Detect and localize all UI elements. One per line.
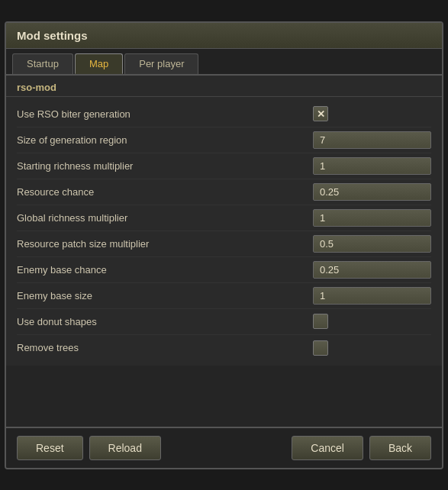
window-title: Mod settings xyxy=(17,29,88,42)
setting-row-remove-trees: Remove trees xyxy=(17,335,431,361)
tab-map[interactable]: Map xyxy=(75,53,123,74)
tabs-container: Startup Map Per player xyxy=(6,49,442,76)
setting-label-global-richness: Global richness multiplier xyxy=(17,212,313,224)
back-button[interactable]: Back xyxy=(369,436,431,460)
setting-row-enemy-base-chance: Enemy base chance xyxy=(17,257,431,283)
setting-row-resource-patch-size: Resource patch size multiplier xyxy=(17,231,431,257)
reset-button[interactable]: Reset xyxy=(17,436,83,460)
setting-control-resource-patch-size xyxy=(313,235,431,253)
setting-label-use-rso-biter: Use RSO biter generation xyxy=(17,108,313,120)
footer-spacer xyxy=(6,366,442,427)
footer-left-buttons: Reset Reload xyxy=(17,436,161,460)
input-resource-chance[interactable] xyxy=(313,183,431,201)
input-enemy-base-size[interactable] xyxy=(313,287,431,305)
checkbox-use-rso-biter[interactable] xyxy=(313,106,328,121)
setting-control-global-richness xyxy=(313,209,431,227)
input-global-richness[interactable] xyxy=(313,209,431,227)
setting-row-use-rso-biter: Use RSO biter generation xyxy=(17,102,431,127)
footer: Reset Reload Cancel Back xyxy=(6,427,442,468)
input-starting-richness[interactable] xyxy=(313,157,431,175)
setting-row-starting-richness: Starting richness multiplier xyxy=(17,153,431,179)
setting-label-size-generation-region: Size of generation region xyxy=(17,134,313,146)
setting-control-enemy-base-chance xyxy=(313,261,431,279)
setting-control-remove-trees xyxy=(313,340,431,356)
input-resource-patch-size[interactable] xyxy=(313,235,431,253)
tab-per-player[interactable]: Per player xyxy=(124,53,198,74)
setting-label-starting-richness: Starting richness multiplier xyxy=(17,160,313,172)
section-label: rso-mod xyxy=(6,76,442,97)
setting-control-enemy-base-size xyxy=(313,287,431,305)
mod-settings-window: Mod settings Startup Map Per player rso-… xyxy=(5,21,443,469)
setting-label-use-donut-shapes: Use donut shapes xyxy=(17,316,313,327)
setting-label-enemy-base-chance: Enemy base chance xyxy=(17,264,313,276)
cancel-button[interactable]: Cancel xyxy=(292,436,363,460)
setting-row-global-richness: Global richness multiplier xyxy=(17,205,431,231)
input-size-generation-region[interactable] xyxy=(313,131,431,149)
setting-control-use-donut-shapes xyxy=(313,314,431,329)
setting-control-resource-chance xyxy=(313,183,431,201)
setting-label-enemy-base-size: Enemy base size xyxy=(17,290,313,301)
setting-control-use-rso-biter xyxy=(313,106,431,121)
setting-row-enemy-base-size: Enemy base size xyxy=(17,283,431,309)
setting-row-size-generation-region: Size of generation region xyxy=(17,127,431,153)
setting-label-remove-trees: Remove trees xyxy=(17,342,313,353)
reload-button[interactable]: Reload xyxy=(89,436,161,460)
title-bar: Mod settings xyxy=(6,23,442,49)
setting-row-resource-chance: Resource chance xyxy=(17,179,431,205)
setting-label-resource-chance: Resource chance xyxy=(17,186,313,198)
setting-control-starting-richness xyxy=(313,157,431,175)
input-enemy-base-chance[interactable] xyxy=(313,261,431,279)
tab-startup[interactable]: Startup xyxy=(12,53,73,74)
checkbox-use-donut-shapes[interactable] xyxy=(313,314,328,329)
setting-control-size-generation-region xyxy=(313,131,431,149)
checkbox-remove-trees[interactable] xyxy=(313,340,328,356)
settings-content: Use RSO biter generation Size of generat… xyxy=(6,97,442,366)
footer-right-buttons: Cancel Back xyxy=(292,436,431,460)
setting-row-use-donut-shapes: Use donut shapes xyxy=(17,309,431,335)
setting-label-resource-patch-size: Resource patch size multiplier xyxy=(17,238,313,250)
